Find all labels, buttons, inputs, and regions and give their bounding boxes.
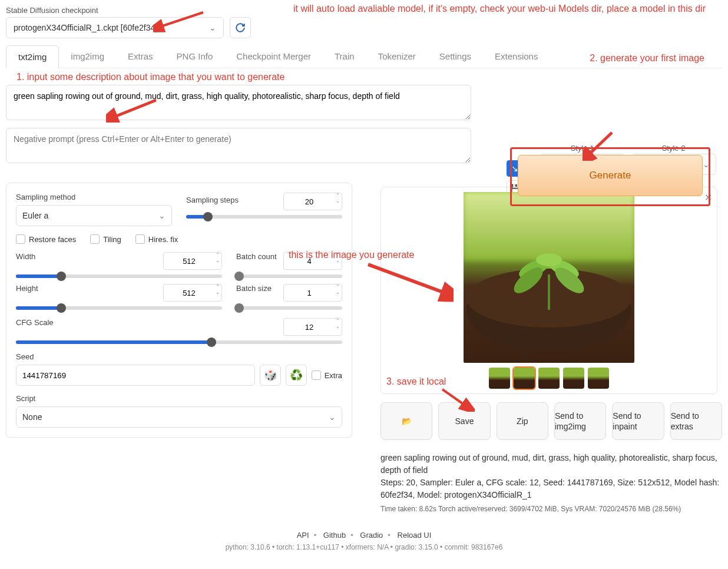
- footer-link-api[interactable]: API: [297, 531, 309, 540]
- tab-extras[interactable]: Extras: [116, 45, 165, 68]
- chevron-down-icon: ⌄: [158, 211, 166, 220]
- width-input[interactable]: [163, 252, 222, 270]
- output-thumb[interactable]: [489, 368, 510, 389]
- script-label: Script: [16, 394, 342, 403]
- send-extras-button[interactable]: Send to extras: [670, 402, 722, 440]
- zip-button[interactable]: Zip: [497, 402, 548, 440]
- generate-button[interactable]: Generate: [518, 155, 703, 196]
- script-select[interactable]: None⌄: [16, 406, 342, 428]
- sampling-method-label: Sampling method: [16, 193, 172, 201]
- sampling-method-select[interactable]: Euler a⌄: [16, 205, 172, 226]
- tab-txt2img[interactable]: txt2img: [6, 45, 59, 68]
- send-img2img-button[interactable]: Send to img2img: [554, 402, 606, 440]
- sampling-steps-label: Sampling steps: [186, 196, 239, 204]
- batch-count-label: Batch count: [236, 252, 277, 266]
- batch-size-input[interactable]: [283, 284, 342, 302]
- footer-link-gradio[interactable]: Gradio: [360, 531, 383, 540]
- output-params: Steps: 20, Sampler: Euler a, CFG scale: …: [380, 477, 722, 501]
- tab-pnginfo[interactable]: PNG Info: [165, 45, 225, 68]
- sampling-steps-slider[interactable]: [186, 215, 342, 219]
- batch-size-slider[interactable]: [236, 306, 342, 310]
- chevron-down-icon: ⌄: [209, 23, 216, 32]
- annotation-step1: 1. input some description about image th…: [16, 72, 722, 82]
- folder-icon: 📂: [402, 416, 412, 426]
- chevron-down-icon: ⌄: [329, 412, 336, 422]
- output-thumb[interactable]: [563, 368, 584, 389]
- annotation-step2: 2. generate your first image: [590, 53, 704, 64]
- output-thumb[interactable]: [514, 368, 535, 389]
- output-thumb[interactable]: [538, 368, 560, 389]
- footer-versions: python: 3.10.6 • torch: 1.13.1+cu117 • x…: [6, 543, 722, 551]
- svg-point-8: [536, 253, 562, 266]
- width-label: Width: [16, 252, 35, 266]
- hires-fix-checkbox[interactable]: Hires. fix: [135, 234, 178, 244]
- tiling-checkbox[interactable]: Tiling: [90, 234, 121, 244]
- output-prompt-echo: green sapling rowing out of ground, mud,…: [380, 452, 722, 477]
- checkpoint-value: protogenX34OfficialR_1.ckpt [60fe2f34]: [14, 23, 157, 32]
- tab-ckpt-merger[interactable]: Checkpoint Merger: [224, 45, 323, 68]
- annotation-model: it will auto load avaliable model, if it…: [293, 4, 706, 14]
- height-slider[interactable]: [16, 306, 222, 310]
- output-image[interactable]: [464, 192, 634, 363]
- tab-train[interactable]: Train: [323, 45, 366, 68]
- footer-link-reload[interactable]: Reload UI: [398, 531, 432, 540]
- tab-settings[interactable]: Settings: [428, 45, 483, 68]
- seed-random-button[interactable]: 🎲: [260, 365, 281, 386]
- output-thumb[interactable]: [588, 368, 609, 389]
- save-button[interactable]: Save: [438, 402, 490, 440]
- output-stats: Time taken: 8.62s Torch active/reserved:…: [380, 505, 722, 513]
- cfg-label: CFG Scale: [16, 318, 54, 332]
- tab-extensions[interactable]: Extensions: [483, 45, 550, 68]
- batch-count-slider[interactable]: [236, 274, 342, 278]
- sampling-steps-input[interactable]: [283, 193, 342, 210]
- height-label: Height: [16, 284, 38, 298]
- checkpoint-select[interactable]: protogenX34OfficialR_1.ckpt [60fe2f34] ⌄: [6, 17, 224, 38]
- refresh-checkpoint-button[interactable]: [230, 17, 251, 38]
- annotation-step3: 3. save it local: [386, 376, 446, 387]
- height-input[interactable]: [163, 284, 222, 302]
- refresh-icon: [235, 22, 246, 33]
- cfg-slider[interactable]: [16, 340, 342, 344]
- batch-size-label: Batch size: [236, 284, 272, 298]
- open-folder-button[interactable]: 📂: [380, 402, 432, 440]
- footer-link-github[interactable]: Github: [323, 531, 346, 540]
- restore-faces-checkbox[interactable]: Restore faces: [16, 234, 76, 244]
- cfg-input[interactable]: [283, 318, 342, 336]
- send-inpaint-button[interactable]: Send to inpaint: [612, 402, 664, 440]
- checkpoint-label: Stable Diffusion checkpoint: [6, 6, 251, 15]
- annotation-image: this is the image you generate: [289, 250, 414, 260]
- seed-recycle-button[interactable]: ♻️: [286, 365, 307, 386]
- seed-label: Seed: [16, 352, 342, 361]
- tab-img2img[interactable]: img2img: [59, 45, 116, 68]
- seed-extra-checkbox[interactable]: Extra: [312, 370, 342, 380]
- tab-tokenizer[interactable]: Tokenizer: [366, 45, 428, 68]
- seed-input[interactable]: [16, 365, 255, 386]
- width-slider[interactable]: [16, 274, 222, 278]
